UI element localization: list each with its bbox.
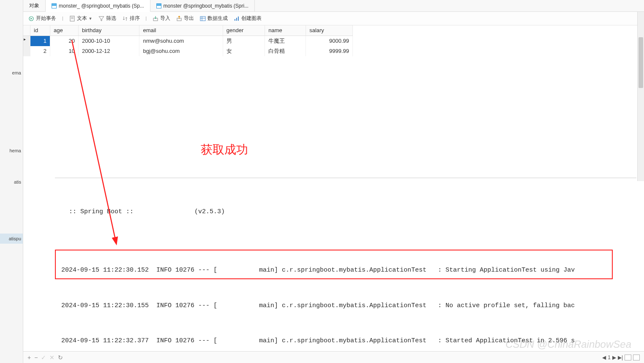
cell[interactable]: 牛魔王 [265, 36, 306, 46]
bottom-bar: + − ✓ ✕ ↻ ◀ 1 ▶ ▶| [23, 351, 644, 363]
cell[interactable]: 2000-10-10 [78, 36, 139, 46]
vertical-scrollbar[interactable] [637, 12, 644, 181]
next-page-icon[interactable]: ▶ [612, 355, 616, 360]
filter-icon [98, 16, 104, 22]
cell[interactable]: 2 [30, 46, 50, 56]
column-header[interactable]: age [50, 25, 78, 36]
main-area: 对象 monster_ @springboot_mybatis (Sp... m… [23, 0, 644, 363]
data-gen-button[interactable]: 数据生成 [200, 15, 228, 22]
row-handle[interactable] [23, 36, 30, 46]
cell[interactable]: 20 [50, 36, 78, 46]
cell[interactable]: nmw@sohu.com [139, 36, 223, 46]
cell[interactable]: 白骨精 [265, 46, 306, 56]
prev-page-icon[interactable]: ◀ [602, 355, 606, 360]
bottom-right-pager: ◀ 1 ▶ ▶| [602, 355, 640, 360]
start-transaction-button[interactable]: 开始事务 [28, 15, 56, 22]
data-grid[interactable]: id age birthday email gender name salary… [23, 25, 644, 56]
create-chart-button[interactable]: 创建图表 [234, 15, 262, 22]
cell[interactable]: 2000-12-12 [78, 46, 139, 56]
sidebar-item[interactable]: hema [0, 146, 23, 156]
import-button[interactable]: 导入 [153, 15, 170, 22]
remove-icon[interactable]: − [34, 354, 38, 361]
import-icon [153, 16, 158, 22]
table-header-row: id age birthday email gender name salary [23, 25, 353, 36]
sidebar-item[interactable]: atis [0, 177, 23, 187]
table-row[interactable]: 1 20 2000-10-10 nmw@sohu.com 男 牛魔王 9000.… [23, 36, 353, 46]
table-icon [156, 3, 161, 8]
sidebar-item[interactable]: atispu [0, 234, 23, 244]
sort-icon [122, 16, 128, 22]
svg-rect-6 [200, 16, 205, 21]
refresh-icon[interactable]: ↻ [58, 354, 63, 361]
cell[interactable]: 男 [223, 36, 265, 46]
chevron-down-icon: ▼ [89, 16, 93, 21]
document-icon [69, 16, 75, 22]
tab-objects[interactable]: 对象 [23, 0, 46, 12]
bottom-left-actions: + − ✓ ✕ ↻ [27, 354, 63, 361]
cell[interactable]: 10 [50, 46, 78, 56]
export-button[interactable]: 导出 [176, 15, 194, 22]
column-header[interactable]: name [265, 25, 306, 36]
view-mode-form-icon[interactable] [633, 355, 640, 360]
check-icon[interactable]: ✓ [41, 354, 46, 361]
cell[interactable]: 1 [30, 36, 50, 46]
filter-button[interactable]: 筛选 [98, 15, 116, 22]
column-header[interactable]: birthday [78, 25, 139, 36]
chart-icon [234, 16, 240, 22]
add-icon[interactable]: + [27, 354, 31, 361]
table-icon [52, 3, 57, 8]
column-header[interactable]: gender [223, 25, 265, 36]
cell[interactable]: 9999.99 [306, 46, 353, 56]
data-gen-icon [200, 16, 206, 22]
svg-rect-11 [238, 16, 239, 21]
toolbar: 开始事务 | 文本 ▼ 筛选 排序 | 导入 [23, 12, 644, 25]
column-header[interactable]: salary [306, 25, 353, 36]
tab-label: monster @springboot_mybatis (Spri... [164, 3, 249, 9]
row-handle[interactable] [23, 46, 30, 56]
annotation-success: 获取成功 [201, 142, 248, 158]
cell[interactable]: 女 [223, 46, 265, 56]
tab-label: monster_ @springboot_mybatis (Sp... [59, 3, 144, 9]
tab-monster-underscore[interactable]: monster_ @springboot_mybatis (Sp... [46, 0, 150, 12]
page-number: 1 [608, 355, 611, 360]
sidebar-item[interactable]: ema [0, 68, 23, 78]
svg-rect-10 [236, 18, 237, 21]
tabs-row: 对象 monster_ @springboot_mybatis (Sp... m… [23, 0, 644, 12]
left-sidebar: ema hema atis atispu [0, 0, 23, 363]
cell[interactable]: 9000.99 [306, 36, 353, 46]
column-header[interactable]: id [30, 25, 50, 36]
export-icon [176, 16, 182, 22]
svg-rect-9 [235, 19, 235, 21]
last-page-icon[interactable]: ▶| [618, 355, 623, 360]
table-row[interactable]: 2 10 2000-12-12 bgj@sohu.com 女 白骨精 9999.… [23, 46, 353, 56]
play-icon [28, 16, 34, 22]
scrollbar-thumb[interactable] [639, 37, 643, 88]
text-button[interactable]: 文本 ▼ [69, 15, 93, 22]
tab-monster[interactable]: monster @springboot_mybatis (Spri... [150, 0, 255, 12]
view-mode-grid-icon[interactable] [625, 355, 631, 360]
cell[interactable]: bgj@sohu.com [139, 46, 223, 56]
tab-label: 对象 [29, 2, 39, 9]
column-header[interactable]: email [139, 25, 223, 36]
console-content: :: Spring Boot :: (v2.5.3) 2024-09-15 11… [55, 178, 636, 346]
sort-button[interactable]: 排序 [122, 15, 140, 22]
console-panel[interactable]: :: Spring Boot :: (v2.5.3) 2024-09-15 11… [55, 178, 636, 346]
close-icon[interactable]: ✕ [49, 354, 55, 361]
